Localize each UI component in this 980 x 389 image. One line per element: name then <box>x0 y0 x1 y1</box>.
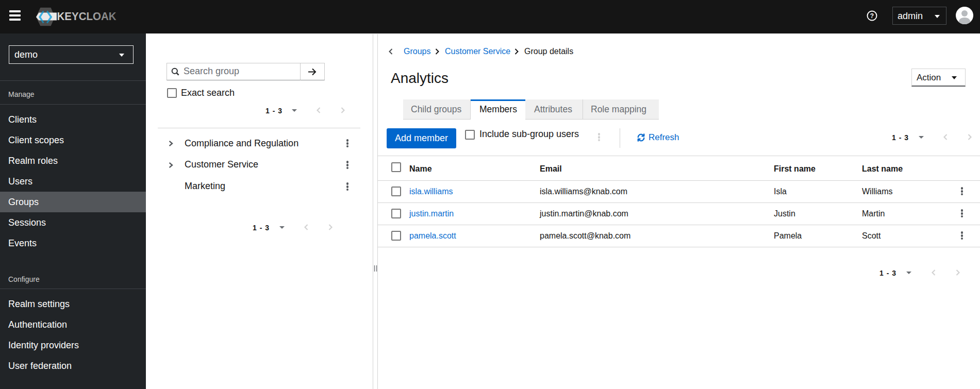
svg-text:?: ? <box>870 12 874 20</box>
svg-text:KEYCLOAK: KEYCLOAK <box>57 10 117 23</box>
